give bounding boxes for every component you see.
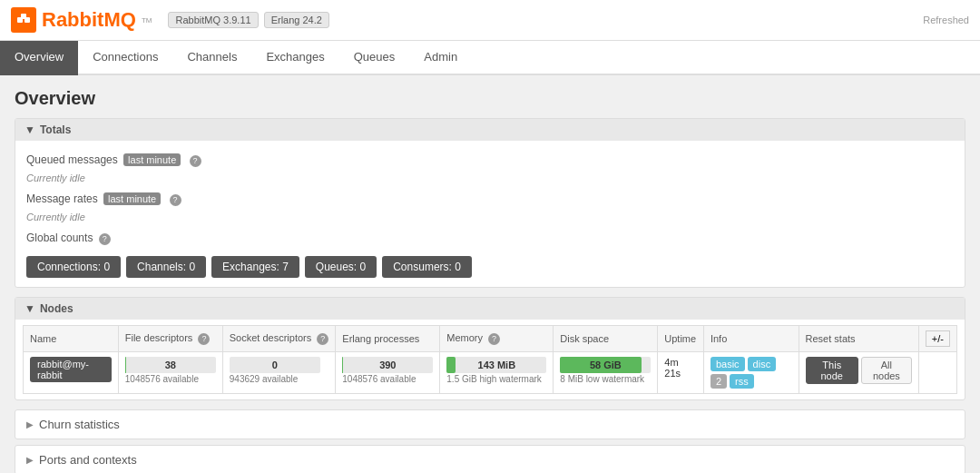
col-disk-space: Disk space [554, 326, 658, 352]
totals-body: Queued messages last minute ? Currently … [15, 141, 965, 287]
memory-bar: 143 MiB [446, 357, 546, 373]
nodes-body: Name File descriptors ? Socket descripto… [15, 320, 965, 399]
table-row: rabbit@my-rabbit 38 1048576 available [24, 352, 957, 394]
file-desc-label: 38 [125, 357, 216, 373]
nav-item-overview[interactable]: Overview [0, 41, 78, 75]
nav: Overview Connections Channels Exchanges … [0, 41, 980, 75]
ports-contexts-label: Ports and contexts [39, 453, 137, 467]
col-socket-desc: Socket descriptors ? [222, 326, 336, 352]
col-plus-minus: +/- [918, 326, 956, 352]
erlang-proc-label: 390 [342, 357, 433, 373]
churn-statistics-label: Churn statistics [39, 418, 120, 431]
nav-item-channels[interactable]: Channels [172, 41, 251, 75]
totals-label: Totals [40, 123, 71, 136]
col-erlang-proc: Erlang processes [336, 326, 440, 352]
reset-all-nodes-btn[interactable]: All nodes [861, 357, 912, 384]
node-name: rabbit@my-rabbit [30, 357, 112, 382]
churn-arrow-icon: ▶ [26, 419, 34, 429]
uptime-value: 4m 21s [664, 357, 681, 379]
ports-contexts-accordion: ▶ Ports and contexts [15, 445, 965, 473]
memory-label: 143 MiB [446, 357, 546, 373]
info-btn-rss[interactable]: rss [730, 374, 754, 389]
queued-messages-label: Queued messages [26, 153, 118, 166]
ports-arrow-icon: ▶ [26, 455, 34, 465]
header: RabbitMQ TM RabbitMQ 3.9.11 Erlang 24.2 … [0, 0, 980, 41]
info-btn-basic[interactable]: basic [710, 357, 745, 371]
reset-buttons: This node All nodes [806, 357, 912, 384]
file-desc-bar: 38 [125, 357, 216, 373]
disk-space-cell: 58 GiB 8 MiB low watermark [554, 352, 658, 394]
nav-item-queues[interactable]: Queues [339, 41, 410, 75]
ports-contexts-header[interactable]: ▶ Ports and contexts [15, 446, 965, 473]
churn-statistics-accordion: ▶ Churn statistics [15, 409, 965, 439]
totals-arrow: ▼ [24, 123, 35, 136]
totals-section-header[interactable]: ▼ Totals [15, 119, 965, 141]
erlang-version-badge: Erlang 24.2 [264, 12, 329, 28]
info-btn-disc[interactable]: disc [748, 357, 777, 371]
consumers-count-btn[interactable]: Consumers: 0 [382, 256, 472, 278]
disk-label: 58 GiB [560, 357, 651, 373]
erlang-proc-cell: 390 1048576 available [336, 352, 440, 394]
queued-help-icon[interactable]: ? [190, 155, 201, 167]
reset-this-node-btn[interactable]: This node [806, 357, 858, 384]
socket-desc-sub: 943629 available [230, 374, 329, 384]
counts-row: Connections: 0 Channels: 0 Exchanges: 7 … [26, 256, 954, 278]
exchanges-count-btn[interactable]: Exchanges: 7 [211, 256, 299, 278]
currently-idle-1: Currently idle [26, 171, 954, 189]
queued-minutes-tag: last minute [123, 153, 181, 166]
socket-desc-label: 0 [230, 357, 320, 373]
svg-rect-2 [21, 14, 26, 19]
version-badges: RabbitMQ 3.9.11 Erlang 24.2 [168, 12, 328, 28]
nodes-arrow: ▼ [24, 302, 35, 315]
message-rates-label: Message rates [26, 192, 98, 205]
memory-cell: 143 MiB 1.5 GiB high watermark [440, 352, 554, 394]
file-desc-help[interactable]: ? [198, 333, 210, 345]
memory-help[interactable]: ? [488, 333, 500, 345]
nav-item-admin[interactable]: Admin [409, 41, 472, 75]
logo-text: RabbitMQ [42, 8, 136, 32]
file-desc-cell: 38 1048576 available [118, 352, 222, 394]
nodes-table: Name File descriptors ? Socket descripto… [23, 325, 957, 394]
disk-sub: 8 MiB low watermark [560, 374, 651, 384]
logo-icon [11, 7, 36, 33]
col-reset-stats: Reset stats [799, 326, 918, 352]
nodes-section: ▼ Nodes Name File descriptors ? Sock [15, 297, 965, 400]
totals-section: ▼ Totals Queued messages last minute ? C… [15, 118, 965, 288]
info-cell: basic disc 2 rss [703, 352, 799, 394]
page-title: Overview [15, 88, 965, 109]
global-counts-help-icon[interactable]: ? [99, 233, 111, 245]
info-btn-2[interactable]: 2 [710, 374, 727, 389]
nodes-section-header[interactable]: ▼ Nodes [15, 298, 965, 320]
socket-desc-bar: 0 [230, 357, 320, 373]
col-uptime: Uptime [658, 326, 704, 352]
logo-tm: TM [142, 16, 152, 25]
nav-item-connections[interactable]: Connections [78, 41, 172, 75]
nodes-label: Nodes [40, 302, 74, 315]
socket-desc-help[interactable]: ? [317, 333, 328, 345]
nav-item-exchanges[interactable]: Exchanges [251, 41, 338, 75]
uptime-cell: 4m 21s [658, 352, 704, 394]
message-rates-row: Message rates last minute ? [26, 189, 954, 210]
channels-count-btn[interactable]: Channels: 0 [126, 256, 206, 278]
connections-count-btn[interactable]: Connections: 0 [26, 256, 121, 278]
reset-stats-cell: This node All nodes [799, 352, 918, 394]
logo: RabbitMQ TM RabbitMQ 3.9.11 Erlang 24.2 [11, 7, 329, 33]
erlang-proc-sub: 1048576 available [342, 374, 433, 384]
queued-messages-row: Queued messages last minute ? [26, 150, 954, 171]
info-buttons: basic disc 2 rss [710, 357, 792, 389]
erlang-proc-bar: 390 [342, 357, 433, 373]
col-memory: Memory ? [440, 326, 554, 352]
queues-count-btn[interactable]: Queues: 0 [305, 256, 377, 278]
message-rates-help-icon[interactable]: ? [170, 194, 181, 206]
empty-cell [918, 352, 956, 394]
content: Overview ▼ Totals Queued messages last m… [0, 75, 980, 473]
rabbitmq-version-badge: RabbitMQ 3.9.11 [168, 12, 258, 28]
disk-bar: 58 GiB [560, 357, 651, 373]
churn-statistics-header[interactable]: ▶ Churn statistics [15, 410, 965, 439]
col-info: Info [703, 326, 799, 352]
socket-desc-cell: 0 943629 available [222, 352, 336, 394]
plus-minus-btn[interactable]: +/- [926, 330, 950, 347]
refreshed-label: Refreshed [923, 15, 969, 25]
file-desc-sub: 1048576 available [125, 374, 216, 384]
currently-idle-2: Currently idle [26, 210, 954, 228]
